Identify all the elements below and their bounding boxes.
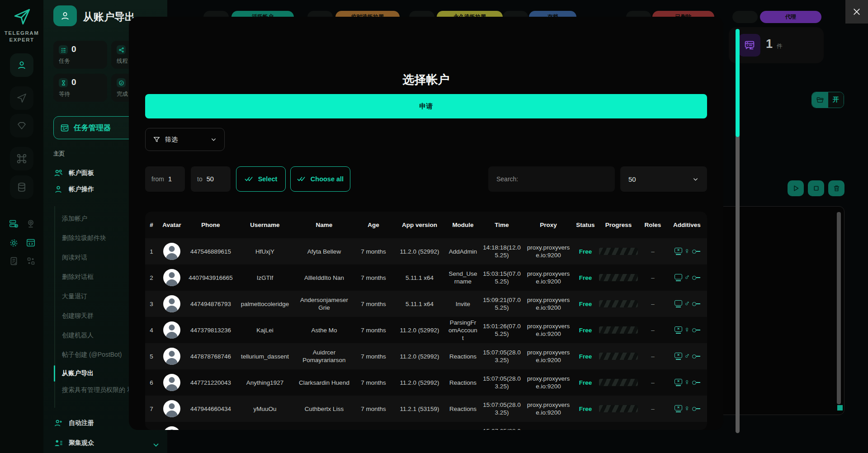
additives-cell: [667, 352, 707, 360]
from-field[interactable]: from: [145, 166, 185, 192]
sidebar-item-account-actions[interactable]: 帐户操作: [53, 184, 94, 194]
chevron-down-icon[interactable]: [152, 441, 160, 449]
key-icon: [692, 381, 696, 385]
additives-cell: [667, 300, 707, 308]
trash-icon: [833, 184, 840, 192]
select-account-modal: 选择帐户 申请 筛选 from to Select Choose all 50 …: [129, 17, 723, 430]
log-panel-scrollbar[interactable]: [837, 212, 841, 404]
phone-cell: 447379813236: [186, 326, 236, 334]
male-icon: [684, 352, 690, 360]
person-icon: [16, 60, 27, 71]
nav-database-button[interactable]: [10, 175, 33, 199]
progress-cell: [598, 353, 639, 360]
nav-premium-button[interactable]: [10, 114, 33, 137]
table-row[interactable]: 24407943916665IzGTIfAllleIddIto Nan7 mon…: [145, 264, 707, 291]
task-list-icon: [59, 45, 68, 54]
play-icon: [792, 184, 800, 192]
telegram-expert-logo: [13, 7, 32, 26]
column-header: Avatar: [158, 222, 186, 228]
monitor-icon: [675, 300, 682, 306]
roles-cell: –: [639, 353, 667, 360]
proxy-count-card: 1 件: [729, 27, 824, 63]
additives-cell: [667, 378, 707, 387]
progress-bar: [599, 300, 638, 307]
username-cell: yMuuOu: [236, 405, 294, 413]
status-cell: Free: [573, 326, 598, 334]
webcam-icon[interactable]: [25, 218, 36, 229]
name-cell: Cuthbertx Liss: [294, 405, 354, 413]
app-version-cell: 11.2.0 (52992): [393, 326, 446, 334]
page-size-select[interactable]: 50: [620, 166, 707, 192]
open-button[interactable]: 开: [828, 92, 844, 108]
close-modal-button[interactable]: [845, 0, 868, 24]
status-cell: Free: [573, 300, 598, 308]
table-row[interactable]: 1447546889615HfUxjYAfyta Bellew7 months1…: [145, 238, 707, 264]
sidebar-item-gather-audience[interactable]: 聚集观众: [53, 438, 94, 448]
age-cell: 7 months: [354, 379, 393, 387]
nav-commands-button[interactable]: [10, 147, 33, 170]
folder-open-button[interactable]: [812, 92, 828, 108]
to-input[interactable]: [207, 175, 223, 183]
app-version-cell: 5.11.1 x64: [393, 274, 446, 282]
avatar-cell: [158, 426, 186, 430]
column-header: Name: [294, 222, 354, 228]
proxy-cell: proxy.proxyverse.io:9200: [524, 401, 573, 416]
to-field[interactable]: to: [191, 166, 231, 192]
proxy-cell: proxy.proxyverse.io:9200: [524, 427, 573, 430]
proxy-cell: proxy.proxyverse.io:9200: [524, 244, 573, 259]
female-icon: [684, 405, 690, 413]
search-input[interactable]: [488, 166, 615, 192]
roles-cell: –: [639, 326, 667, 334]
swap-icon[interactable]: [25, 255, 36, 266]
export-header-icon: [53, 5, 77, 26]
proxy-icon: [739, 34, 760, 57]
table-row[interactable]: 7447944660434yMuuOuCuthbertx Liss7 month…: [145, 396, 707, 422]
server-check-icon[interactable]: [8, 218, 19, 229]
sidebar-item-auto-register[interactable]: 自动注册: [53, 418, 94, 428]
from-input[interactable]: [168, 175, 184, 183]
time-cell: 15:09:21(07.05.25): [480, 296, 524, 311]
scrollbar-thumb[interactable]: [736, 29, 740, 137]
submenu-line: [54, 206, 55, 408]
stop-button[interactable]: [808, 180, 824, 196]
column-header: Additives: [667, 222, 707, 228]
delete-button[interactable]: [828, 180, 844, 196]
phone-cell: 447944660434: [186, 405, 236, 413]
progress-cell: [598, 326, 639, 334]
badge-proxy[interactable]: 代理: [760, 11, 821, 23]
resize-handle[interactable]: [837, 405, 843, 411]
modal-scrollbar[interactable]: [736, 29, 740, 433]
table-row[interactable]: 4447379813236KajLeiAsthe Mo7 months11.2.…: [145, 317, 707, 343]
start-button[interactable]: [788, 180, 804, 196]
code-window-icon[interactable]: [25, 237, 36, 248]
select-button[interactable]: Select: [236, 166, 286, 192]
database-icon: [16, 182, 27, 193]
nav-send-button[interactable]: [10, 86, 33, 110]
table-row[interactable]: 3447494876793palmettocoleridgeAndersonja…: [145, 291, 707, 317]
column-header: #: [145, 222, 158, 228]
row-number: 5: [145, 353, 158, 360]
chevron-down-icon: [692, 176, 699, 183]
proxy-cell: proxy.proxyverse.io:9200: [524, 349, 573, 364]
proxy-cell: proxy.proxyverse.io:9200: [524, 375, 573, 390]
sidebar-item-account-panel[interactable]: 帐户面板: [53, 168, 94, 178]
progress-bar: [599, 353, 638, 360]
stat-waiting: 0 等待: [53, 74, 107, 102]
key-icon: [692, 328, 696, 332]
filter-dropdown[interactable]: 筛选: [145, 128, 225, 151]
avatar-cell: [158, 400, 186, 417]
table-row[interactable]: 6447721220043Anything1927Clarksardin Hue…: [145, 369, 707, 396]
document-check-icon[interactable]: [8, 255, 19, 266]
additives-cell: [667, 326, 707, 334]
apply-button[interactable]: 申请: [145, 94, 707, 118]
app-version-cell: 5.11.1 x64: [393, 300, 446, 308]
choose-all-button[interactable]: Choose all: [290, 166, 350, 192]
nav-accounts-button[interactable]: [10, 53, 33, 77]
roles-cell: –: [639, 379, 667, 387]
table-row[interactable]: 844744650553unsaturationamaReactions15:0…: [145, 422, 707, 430]
brand-line2: EXPERT: [0, 37, 43, 43]
funnel-icon: [153, 136, 160, 143]
task-manager-icon: [60, 123, 69, 132]
table-row[interactable]: 5447878768746tellurium_dassentAuidrcer P…: [145, 343, 707, 369]
gear-icon[interactable]: [8, 237, 19, 248]
